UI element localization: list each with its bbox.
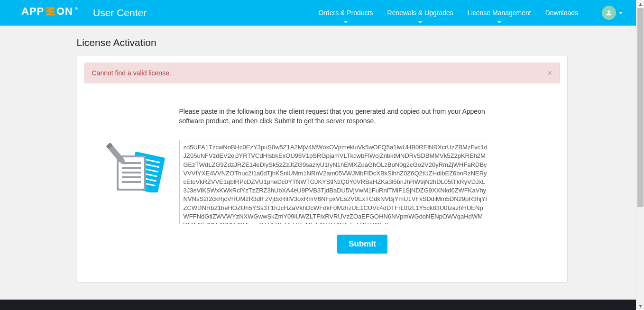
instruction-text: Please paste in the following box the cl…: [179, 107, 488, 126]
nav-downloads-label: Downloads: [545, 9, 578, 17]
main-nav: Orders & Products Renewals & Upgrades Li…: [318, 0, 623, 25]
form-column: Please paste in the following box the cl…: [179, 107, 546, 254]
svg-text:ON: ON: [56, 5, 73, 17]
nav-renewals-upgrades[interactable]: Renewals & Upgrades: [387, 0, 453, 25]
license-document-icon: [99, 140, 170, 192]
page-footer: [0, 300, 636, 310]
chevron-down-icon: [619, 12, 623, 14]
user-menu[interactable]: [592, 6, 623, 20]
content-row: Please paste in the following box the cl…: [84, 107, 560, 254]
nav-license-management[interactable]: License Management: [468, 0, 531, 25]
top-navigation-bar: APP ON ® User Center Orders & Products R…: [0, 0, 644, 26]
brand-divider: [88, 7, 88, 19]
scroll-thumb[interactable]: [637, 8, 644, 207]
scroll-down-arrow-icon[interactable]: ▼: [636, 302, 644, 310]
nav-orders-label: Orders & Products: [318, 9, 373, 17]
brand-block: APP ON ® User Center: [21, 5, 147, 20]
error-alert: Cannot find a valid license. ×: [84, 63, 560, 83]
scroll-up-arrow-icon[interactable]: ▲: [636, 0, 644, 8]
user-icon: [605, 9, 613, 17]
illustration-column: [99, 107, 179, 254]
page-container: License Activation Cannot find a valid l…: [77, 37, 568, 283]
appeon-logo: APP ON ®: [21, 5, 83, 20]
alert-message: Cannot find a valid license.: [92, 69, 171, 77]
user-avatar: [602, 6, 616, 20]
page-title: License Activation: [77, 37, 568, 48]
license-request-textarea[interactable]: [179, 140, 492, 224]
page-scrollbar[interactable]: ▲ ▼: [636, 0, 644, 310]
nav-license-label: License Management: [468, 9, 531, 17]
nav-orders-products[interactable]: Orders & Products: [318, 0, 373, 25]
appeon-logo-svg: APP ON ®: [21, 5, 83, 18]
svg-text:®: ®: [75, 7, 78, 11]
alert-close-icon[interactable]: ×: [547, 69, 552, 77]
svg-text:APP: APP: [21, 5, 44, 17]
nav-downloads[interactable]: Downloads: [545, 0, 578, 25]
brand-subtitle: User Center: [93, 7, 147, 18]
content-card: Cannot find a valid license. ×: [77, 55, 568, 283]
submit-button[interactable]: Submit: [337, 235, 387, 254]
nav-renewals-label: Renewals & Upgrades: [387, 9, 453, 17]
